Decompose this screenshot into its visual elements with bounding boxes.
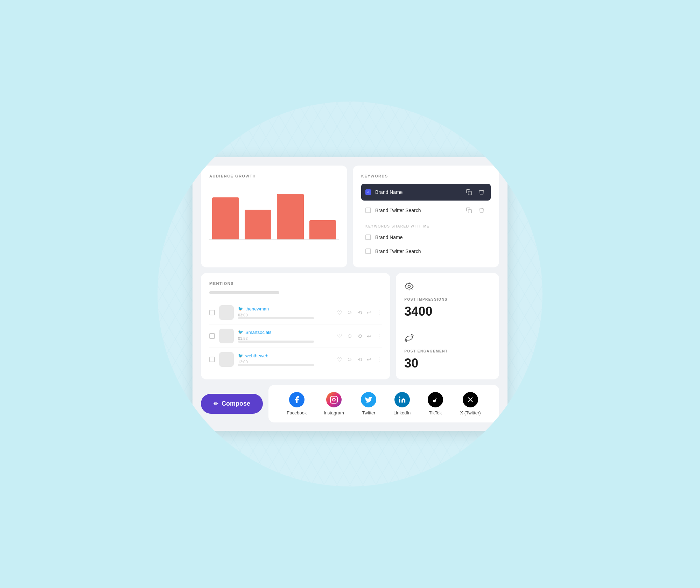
more-icon-1[interactable]: ⋮ [376, 309, 382, 316]
retweet-icon-1[interactable]: ⟲ [357, 309, 362, 316]
outer-circle: AUDIENCE GROWTH KEYWORDS ✓ Brand Name [158, 102, 542, 486]
impressions-label: POST IMPRESSIONS [404, 298, 491, 301]
svg-rect-3 [330, 396, 337, 403]
like-icon-2[interactable]: ♡ [337, 333, 342, 340]
emoji-icon-2[interactable]: ☺ [347, 333, 352, 339]
shared-keyword-label-1: Brand Name [375, 234, 486, 240]
shared-keyword-checkbox-2[interactable] [365, 248, 371, 254]
audience-title: AUDIENCE GROWTH [209, 174, 339, 178]
like-icon-1[interactable]: ♡ [337, 309, 342, 316]
emoji-icon-3[interactable]: ☺ [347, 356, 352, 363]
engagement-label: POST ENGAGEMENT [404, 349, 491, 353]
keyword-checkbox-2[interactable] [365, 208, 371, 213]
engagement-icon [404, 333, 491, 345]
mention-text-3 [238, 364, 314, 366]
keyword-label-2: Brand Twitter Search [375, 208, 460, 213]
instagram-item[interactable]: Instagram [324, 392, 344, 415]
mention-actions-2: ♡ ☺ ⟲ ↩ ⋮ [337, 333, 382, 340]
mention-user-2: 🐦 Smartsocials [238, 330, 333, 335]
mentions-title: MENTIONS [209, 281, 382, 286]
bar-1 [212, 197, 239, 239]
engagement-block: POST ENGAGEMENT 30 [404, 333, 491, 371]
chart-area [209, 184, 339, 240]
bar-2 [245, 210, 272, 239]
keywords-title: KEYWORDS [361, 174, 491, 178]
linkedin-label: LinkedIn [393, 410, 411, 415]
mention-avatar-1 [219, 305, 234, 320]
instagram-label: Instagram [324, 410, 344, 415]
reply-icon-3[interactable]: ↩ [367, 356, 371, 363]
stats-card: POST IMPRESSIONS 3400 POST ENGAGEMENT [396, 273, 499, 379]
impressions-value: 3400 [404, 304, 491, 319]
middle-row: MENTIONS 🐦 thenewman 03:00 [201, 273, 499, 379]
keyword-delete-1[interactable] [477, 187, 486, 197]
mention-time-1: 03:00 [238, 313, 333, 317]
twitter-label: Twitter [362, 410, 375, 415]
x-twitter-item[interactable]: X (Twitter) [460, 392, 481, 415]
engagement-value: 30 [404, 356, 491, 371]
keywords-card: KEYWORDS ✓ Brand Name [353, 166, 499, 267]
mention-user-3: 🐦 webtheweb [238, 353, 333, 358]
mention-username-3: webtheweb [245, 353, 268, 358]
shared-keywords-title: KEYWORDS SHARED WITH ME [361, 220, 491, 231]
impressions-block: POST IMPRESSIONS 3400 [404, 281, 491, 319]
bar-4 [309, 220, 336, 239]
tiktok-item[interactable]: TikTok [428, 392, 443, 415]
tiktok-label: TikTok [429, 410, 442, 415]
mention-actions-3: ♡ ☺ ⟲ ↩ ⋮ [337, 356, 382, 363]
keyword-delete-2[interactable] [477, 205, 486, 215]
more-icon-3[interactable]: ⋮ [376, 356, 382, 363]
reply-icon-2[interactable]: ↩ [367, 333, 371, 340]
mention-checkbox-2[interactable] [209, 333, 215, 339]
top-row: AUDIENCE GROWTH KEYWORDS ✓ Brand Name [201, 166, 499, 267]
facebook-item[interactable]: Facebook [287, 392, 307, 415]
bar-3 [277, 194, 304, 239]
mention-avatar-3 [219, 352, 234, 367]
shared-keyword-checkbox-1[interactable] [365, 234, 371, 240]
x-twitter-icon [463, 392, 478, 407]
mentions-search-bar [209, 291, 279, 294]
shared-keyword-row-2[interactable]: Brand Twitter Search [361, 245, 491, 258]
emoji-icon-1[interactable]: ☺ [347, 309, 352, 316]
mention-checkbox-3[interactable] [209, 357, 215, 362]
impressions-icon [404, 281, 491, 293]
mention-checkbox-1[interactable] [209, 310, 215, 315]
compose-button[interactable]: ✏ Compose [201, 394, 263, 414]
mention-item-2: 🐦 Smartsocials 01:52 ♡ ☺ ⟲ ↩ ⋮ [209, 324, 382, 348]
mention-content-1: 🐦 thenewman 03:00 [238, 306, 333, 319]
shared-keyword-row-1[interactable]: Brand Name [361, 231, 491, 244]
linkedin-icon [394, 392, 410, 407]
keyword-actions-1 [464, 187, 486, 197]
mention-text-1 [238, 317, 314, 319]
mention-user-1: 🐦 thenewman [238, 306, 333, 312]
linkedin-item[interactable]: LinkedIn [393, 392, 411, 415]
svg-rect-1 [468, 210, 472, 213]
keyword-checkbox-1[interactable]: ✓ [365, 189, 371, 195]
keyword-actions-2 [464, 205, 486, 215]
more-icon-2[interactable]: ⋮ [376, 333, 382, 340]
mention-actions-1: ♡ ☺ ⟲ ↩ ⋮ [337, 309, 382, 316]
keyword-copy-2[interactable] [464, 205, 474, 215]
keyword-copy-1[interactable] [464, 187, 474, 197]
retweet-icon-2[interactable]: ⟲ [357, 333, 362, 340]
twitter-item[interactable]: Twitter [361, 392, 376, 415]
like-icon-3[interactable]: ♡ [337, 356, 342, 363]
keyword-row-2[interactable]: Brand Twitter Search [361, 202, 491, 219]
main-card: AUDIENCE GROWTH KEYWORDS ✓ Brand Name [192, 157, 507, 431]
pencil-icon: ✏ [214, 400, 218, 407]
mention-item-3: 🐦 webtheweb 12:00 ♡ ☺ ⟲ ↩ ⋮ [209, 348, 382, 371]
svg-rect-0 [468, 191, 472, 195]
keyword-row-active[interactable]: ✓ Brand Name [361, 184, 491, 201]
tiktok-icon [428, 392, 443, 407]
keyword-label-1: Brand Name [375, 189, 460, 195]
facebook-icon [289, 392, 304, 407]
twitter-bird-icon-2: 🐦 [238, 330, 243, 335]
reply-icon-1[interactable]: ↩ [367, 309, 371, 316]
mention-avatar-2 [219, 329, 234, 343]
svg-rect-5 [399, 399, 400, 402]
mention-username-1: thenewman [245, 306, 269, 312]
mention-text-2 [238, 341, 314, 343]
twitter-bird-icon-3: 🐦 [238, 353, 243, 358]
stats-divider [404, 326, 491, 326]
retweet-icon-3[interactable]: ⟲ [357, 356, 362, 363]
